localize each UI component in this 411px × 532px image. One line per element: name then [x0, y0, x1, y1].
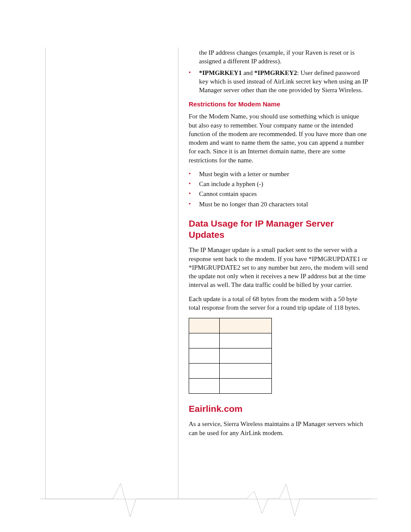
- sidebar-rule: [45, 47, 46, 499]
- paragraph: As a service, Sierra Wireless maintains …: [189, 420, 369, 437]
- paragraph: For the Modem Name, you should use somet…: [189, 112, 369, 165]
- list-item: • Must begin with a letter or number: [189, 170, 369, 178]
- list-item-text: Can include a hyphen (-): [199, 180, 369, 188]
- table-cell: [189, 379, 220, 394]
- code-term: *IPMGRKEY2: [254, 69, 297, 76]
- main-column: the IP address changes (example, if your…: [189, 48, 369, 442]
- table-row: [189, 348, 272, 364]
- table-cell: [220, 333, 272, 348]
- heading-data-usage: Data Usage for IP Manager Server Updates: [189, 218, 369, 241]
- table-cell: [220, 364, 272, 379]
- heading-eairlink: Eairlink.com: [189, 403, 369, 414]
- table-header: [189, 318, 220, 333]
- bullet-icon: •: [189, 170, 199, 178]
- table-row: [189, 379, 272, 394]
- table-row: [189, 318, 272, 333]
- table-cell: [220, 348, 272, 364]
- subheading-restrictions: Restrictions for Modem Name: [189, 100, 369, 108]
- list-item-text: Must be no longer than 20 characters tot…: [199, 200, 369, 208]
- table-row: [189, 333, 272, 348]
- paragraph: The IP Manager update is a small packet …: [189, 246, 369, 289]
- bullet-icon: •: [189, 190, 199, 198]
- table-header: [220, 318, 272, 333]
- bullet-icon: •: [189, 200, 199, 208]
- data-table: [189, 318, 272, 394]
- list-item-text: *IPMGRKEY1 and *IPMGRKEY2: User defined …: [199, 68, 369, 95]
- list-item: • Cannot contain spaces: [189, 190, 369, 198]
- table-cell: [189, 364, 220, 379]
- list-item: • *IPMGRKEY1 and *IPMGRKEY2: User define…: [189, 68, 369, 95]
- bullet-icon: •: [189, 180, 199, 188]
- table-cell: [189, 333, 220, 348]
- paragraph: Each update is a total of 68 bytes from …: [189, 295, 369, 312]
- bullet-icon: •: [189, 68, 199, 95]
- page: the IP address changes (example, if your…: [0, 0, 411, 532]
- table-cell: [189, 348, 220, 364]
- list-item: • Must be no longer than 20 characters t…: [189, 200, 369, 208]
- list-item-text: Cannot contain spaces: [199, 190, 369, 198]
- table-cell: [220, 379, 272, 394]
- list-item: • Can include a hyphen (-): [189, 180, 369, 188]
- table-row: [189, 364, 272, 379]
- column-rule: [178, 47, 178, 499]
- footer-waveform-icon: [40, 478, 377, 521]
- continued-paragraph: the IP address changes (example, if your…: [189, 48, 369, 66]
- code-term: *IPMGRKEY1: [199, 69, 242, 76]
- list-item-text: Must begin with a letter or number: [199, 170, 369, 178]
